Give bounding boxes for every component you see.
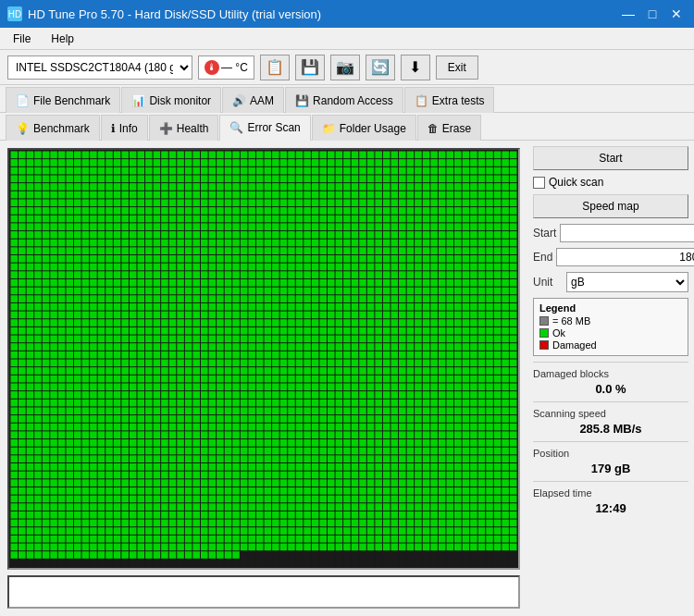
scanning-speed-label: Scanning speed — [533, 408, 688, 419]
legend-item-ok: Ok — [539, 327, 682, 339]
start-label: Start — [533, 227, 556, 240]
error-scan-grid — [7, 148, 520, 570]
tab-file-benchmark[interactable]: 📄 File Benchmark — [6, 87, 120, 113]
exit-button[interactable]: Exit — [436, 55, 478, 80]
legend-title: Legend — [539, 302, 682, 314]
damaged-blocks-label: Damaged blocks — [533, 368, 688, 379]
error-scan-label: Error Scan — [247, 121, 300, 134]
damaged-blocks-value: 0.0 % — [533, 382, 688, 396]
nav-row-1: 📄 File Benchmark 📊 Disk monitor 🔊 AAM 💾 … — [0, 85, 694, 113]
unit-select[interactable]: gB MB KB — [566, 272, 688, 292]
menu-help[interactable]: Help — [45, 31, 80, 46]
end-input-row: End ▲ ▼ — [533, 248, 688, 266]
titlebar: HD HD Tune Pro 5.70 - Hard Disk/SSD Util… — [0, 0, 694, 28]
nav-row-2: 💡 Benchmark ℹ Info ➕ Health 🔍 Error Scan… — [0, 113, 694, 141]
folder-usage-label: Folder Usage — [340, 122, 406, 135]
end-label: End — [533, 251, 552, 264]
extra-tests-icon: 📋 — [415, 94, 428, 107]
elapsed-section: Elapsed time 12:49 — [533, 487, 688, 515]
close-button[interactable]: ✕ — [666, 4, 687, 24]
refresh-icon-btn[interactable]: 🔄 — [366, 55, 395, 80]
random-access-label: Random Access — [313, 94, 393, 107]
tab-info[interactable]: ℹ Info — [101, 115, 148, 141]
titlebar-controls: — □ ✕ — [618, 4, 687, 24]
file-benchmark-label: File Benchmark — [33, 94, 110, 107]
minimize-button[interactable]: — — [618, 4, 638, 24]
random-access-icon: 💾 — [295, 94, 309, 107]
tab-disk-monitor[interactable]: 📊 Disk monitor — [121, 87, 221, 113]
legend-damaged-label: Damaged — [552, 339, 597, 351]
benchmark-label: Benchmark — [33, 122, 90, 135]
health-icon: ➕ — [159, 122, 173, 135]
aam-label: AAM — [250, 94, 274, 107]
scanning-speed-section: Scanning speed 285.8 MB/s — [533, 408, 688, 436]
legend-ok-label: Ok — [552, 327, 565, 339]
quick-scan-row: Quick scan — [533, 176, 688, 189]
legend-color-gray — [539, 316, 549, 326]
tab-benchmark[interactable]: 💡 Benchmark — [6, 115, 100, 141]
start-button[interactable]: Start — [533, 146, 688, 170]
tab-random-access[interactable]: 💾 Random Access — [285, 87, 403, 113]
unit-row: Unit gB MB KB — [533, 272, 688, 292]
health-label: Health — [177, 122, 209, 135]
tab-aam[interactable]: 🔊 AAM — [222, 87, 284, 113]
end-input[interactable] — [556, 248, 694, 266]
divider-1 — [533, 362, 688, 363]
right-panel: Start Quick scan Speed map Start ▲ ▼ End… — [527, 141, 694, 616]
tab-error-scan[interactable]: 🔍 Error Scan — [219, 115, 310, 141]
app-icon: HD — [7, 6, 22, 21]
erase-icon: 🗑 — [428, 122, 439, 135]
extra-tests-label: Extra tests — [432, 94, 485, 107]
disk-icon-btn[interactable]: 💾 — [295, 55, 325, 80]
camera-icon-btn[interactable]: 📷 — [330, 55, 360, 80]
speed-map-button[interactable]: Speed map — [533, 194, 688, 218]
quick-scan-label: Quick scan — [549, 176, 603, 189]
position-section: Position 179 gB — [533, 448, 688, 475]
divider-2 — [533, 401, 688, 402]
titlebar-title: HD Tune Pro 5.70 - Hard Disk/SSD Utility… — [28, 7, 321, 21]
tab-extra-tests[interactable]: 📋 Extra tests — [404, 87, 495, 113]
scan-area — [0, 141, 527, 616]
thermometer-icon: 🌡 — [204, 60, 219, 75]
elapsed-value: 12:49 — [533, 501, 688, 515]
file-benchmark-icon: 📄 — [16, 94, 30, 107]
elapsed-label: Elapsed time — [533, 487, 688, 499]
position-label: Position — [533, 448, 688, 459]
maximize-button[interactable]: □ — [642, 4, 663, 24]
folder-usage-icon: 📁 — [322, 122, 336, 135]
tab-folder-usage[interactable]: 📁 Folder Usage — [312, 115, 416, 141]
erase-label: Erase — [442, 122, 471, 135]
temp-value: — °C — [221, 61, 248, 74]
aam-icon: 🔊 — [232, 94, 246, 107]
titlebar-left: HD HD Tune Pro 5.70 - Hard Disk/SSD Util… — [7, 6, 321, 21]
start-input-row: Start ▲ ▼ — [533, 224, 688, 242]
unit-label: Unit — [533, 276, 563, 289]
disk-monitor-label: Disk monitor — [149, 94, 211, 107]
toolbar: INTEL SSDSC2CT180A4 (180 gB) 🌡 — °C 📋 💾 … — [0, 50, 694, 85]
copy-icon-btn[interactable]: 📋 — [260, 55, 290, 80]
legend-color-red — [539, 340, 549, 350]
info-label: Info — [119, 122, 138, 135]
temp-display: 🌡 — °C — [198, 55, 254, 80]
disk-monitor-icon: 📊 — [131, 94, 145, 107]
menu-file[interactable]: File — [7, 31, 36, 46]
quick-scan-checkbox[interactable] — [533, 177, 545, 189]
info-icon: ℹ — [111, 122, 116, 135]
damaged-blocks-section: Damaged blocks 0.0 % — [533, 368, 688, 396]
main-content: Start Quick scan Speed map Start ▲ ▼ End… — [0, 141, 694, 616]
status-bar — [7, 575, 520, 609]
start-input[interactable] — [560, 224, 694, 242]
download-icon-btn[interactable]: ⬇ — [401, 55, 430, 80]
error-scan-icon: 🔍 — [229, 121, 243, 134]
legend-size-label: = 68 MB — [552, 315, 590, 326]
legend-item-damaged: Damaged — [539, 339, 682, 351]
divider-3 — [533, 441, 688, 442]
tab-erase[interactable]: 🗑 Erase — [417, 115, 481, 141]
scanning-speed-value: 285.8 MB/s — [533, 422, 688, 436]
divider-4 — [533, 481, 688, 482]
menubar: File Help — [0, 28, 694, 50]
legend-box: Legend = 68 MB Ok Damaged — [533, 298, 688, 356]
disk-selector[interactable]: INTEL SSDSC2CT180A4 (180 gB) — [7, 55, 192, 80]
benchmark-icon: 💡 — [16, 122, 30, 135]
tab-health[interactable]: ➕ Health — [149, 115, 219, 141]
